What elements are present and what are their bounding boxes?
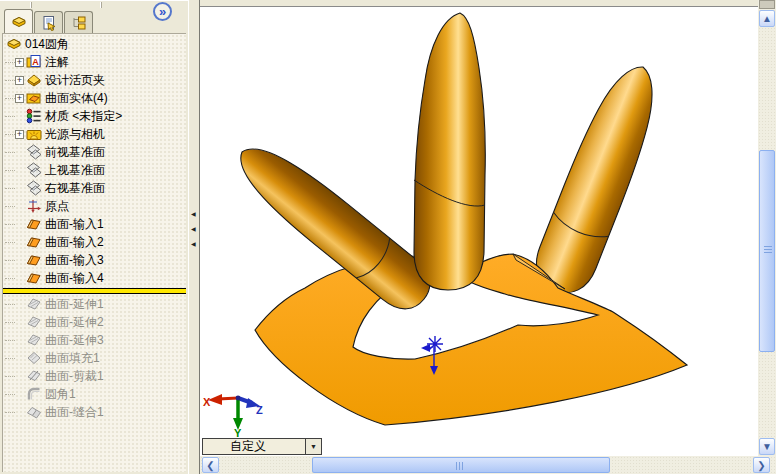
surface-body-right-bullet[interactable] — [527, 56, 671, 301]
scroll-down-button[interactable]: ▼ — [759, 438, 775, 455]
tree-item-label: 光源与相机 — [45, 126, 105, 143]
tree-item-19[interactable]: 圆角1 — [3, 385, 186, 403]
surface-trim-icon — [26, 368, 42, 384]
tree-item-18[interactable]: 曲面-剪裁1 — [3, 367, 186, 385]
tree-item-16[interactable]: 曲面-延伸3 — [3, 331, 186, 349]
scroll-left-button[interactable]: ❮ — [202, 457, 219, 473]
surface-import-icon — [26, 252, 42, 268]
splitter-arrow-icon: ◀ — [191, 240, 196, 247]
panel-collapse-button[interactable]: » — [153, 2, 172, 21]
tree-root-item[interactable]: 014圆角 — [3, 35, 186, 53]
surface-knit-icon — [26, 404, 42, 420]
splitter-arrow-icon: ◀ — [191, 210, 196, 217]
tree-item-8[interactable]: 原点 — [3, 197, 186, 215]
tree-item-label: 设计活页夹 — [45, 72, 105, 89]
tab-configurationmanager[interactable] — [64, 11, 93, 33]
splitter-arrow-icon: ◀ — [191, 225, 196, 232]
surface-extend-icon — [26, 314, 42, 330]
tree-item-label: 曲面填充1 — [45, 350, 100, 367]
tree-item-label: 曲面-输入3 — [45, 252, 104, 269]
lights-cameras-icon — [26, 126, 42, 142]
viewport-top-edge — [200, 0, 776, 7]
tree-item-label: 曲面-延伸3 — [45, 332, 104, 349]
surface-bodies-folder-icon — [26, 90, 42, 106]
tree-item-label: 曲面-剪裁1 — [45, 368, 104, 385]
panel-splitter[interactable]: ◀ ◀ ◀ — [188, 0, 200, 474]
tree-item-9[interactable]: 曲面-输入1 — [3, 215, 186, 233]
tree-item-1[interactable]: +设计活页夹 — [3, 71, 186, 89]
tree-item-20[interactable]: 曲面-缝合1 — [3, 403, 186, 421]
tree-item-17[interactable]: 曲面填充1 — [3, 349, 186, 367]
combobox-value: 自定义 — [203, 438, 305, 455]
tree-item-label: 注解 — [45, 54, 69, 71]
tree-item-label: 曲面实体(4) — [45, 90, 108, 107]
tree-item-label: 曲面-缝合1 — [45, 404, 104, 421]
origin-icon — [26, 198, 42, 214]
tree-item-14[interactable]: 曲面-延伸1 — [3, 295, 186, 313]
surface-import-icon — [26, 216, 42, 232]
surface-import-icon — [26, 270, 42, 286]
tree-item-label: 曲面-输入4 — [45, 270, 104, 287]
plane-icon — [26, 144, 42, 160]
expand-toggle[interactable]: + — [15, 130, 24, 139]
tree-item-11[interactable]: 曲面-输入3 — [3, 251, 186, 269]
tree-item-10[interactable]: 曲面-输入2 — [3, 233, 186, 251]
expand-toggle[interactable]: + — [15, 94, 24, 103]
plane-icon — [26, 162, 42, 178]
expand-toggle[interactable]: + — [15, 58, 24, 67]
tree-item-label: 材质 <未指定> — [45, 108, 122, 125]
tree-item-label: 曲面-延伸1 — [45, 296, 104, 313]
view-scale-combobox[interactable]: 自定义 ▼ — [202, 438, 322, 455]
feature-tree-icon — [11, 14, 27, 30]
tree-item-4[interactable]: +光源与相机 — [3, 125, 186, 143]
expand-toggle[interactable]: + — [15, 76, 24, 85]
tree-item-12[interactable]: 曲面-输入4 — [3, 269, 186, 287]
graphics-area[interactable]: X Z Y — [200, 0, 758, 456]
feature-tree: 014圆角+A注解+设计活页夹+曲面实体(4)材质 <未指定>+光源与相机前视基… — [2, 33, 186, 472]
vertical-scrollbar[interactable]: ▲ ▼ — [758, 0, 776, 456]
tree-item-label: 前视基准面 — [45, 144, 105, 161]
vertical-scrollbar-thumb[interactable] — [759, 150, 775, 352]
tab-propertymanager[interactable] — [34, 11, 63, 33]
graphics-viewport: X Z Y 自定义 ▼ ❮ ❯ ▲ ▼ — [200, 0, 776, 474]
horizontal-scrollbar-thumb[interactable] — [312, 457, 610, 473]
configuration-manager-icon — [71, 15, 87, 31]
horizontal-scrollbar[interactable]: ❮ ❯ — [200, 456, 776, 474]
solidworks-window: » 014圆角+A注解+设计活页夹+曲面实体(4)材质 <未指定>+光源与相机前… — [0, 0, 776, 474]
tree-item-7[interactable]: 右视基准面 — [3, 179, 186, 197]
tree-item-label: 曲面-输入2 — [45, 234, 104, 251]
svg-text:Z: Z — [256, 404, 263, 416]
tree-item-label: 原点 — [45, 198, 69, 215]
scroll-up-button[interactable]: ▲ — [759, 10, 775, 27]
tree-item-2[interactable]: +曲面实体(4) — [3, 89, 186, 107]
tree-item-label: 圆角1 — [45, 386, 76, 403]
surface-extend-icon — [26, 296, 42, 312]
view-split-handle[interactable] — [759, 0, 775, 9]
feature-manager-panel: » 014圆角+A注解+设计活页夹+曲面实体(4)材质 <未指定>+光源与相机前… — [0, 0, 188, 474]
tree-item-label: 曲面-输入1 — [45, 216, 104, 233]
tree-item-0[interactable]: +A注解 — [3, 53, 186, 71]
tree-item-6[interactable]: 上视基准面 — [3, 161, 186, 179]
material-icon — [26, 108, 42, 124]
property-manager-icon — [41, 15, 57, 31]
tree-item-5[interactable]: 前视基准面 — [3, 143, 186, 161]
surface-import-icon — [26, 234, 42, 250]
tree-item-label: 曲面-延伸2 — [45, 314, 104, 331]
annotation-folder-icon: A — [26, 54, 42, 70]
tab-featuremanager[interactable] — [4, 9, 33, 33]
tree-item-label: 上视基准面 — [45, 162, 105, 179]
tree-item-3[interactable]: 材质 <未指定> — [3, 107, 186, 125]
design-binder-icon — [26, 72, 42, 88]
surface-extend-icon — [26, 332, 42, 348]
tree-item-15[interactable]: 曲面-延伸2 — [3, 313, 186, 331]
fillet-icon — [26, 386, 42, 402]
tree-item-label: 右视基准面 — [45, 180, 105, 197]
rollback-bar[interactable] — [3, 288, 186, 294]
svg-text:A: A — [32, 57, 39, 67]
surface-fill-icon — [26, 350, 42, 366]
chevron-down-icon[interactable]: ▼ — [305, 439, 321, 454]
surface-body-center-bullet[interactable] — [414, 13, 485, 290]
tree-item-label: 014圆角 — [25, 36, 69, 53]
scroll-right-button[interactable]: ❯ — [753, 457, 770, 473]
plane-icon — [26, 180, 42, 196]
